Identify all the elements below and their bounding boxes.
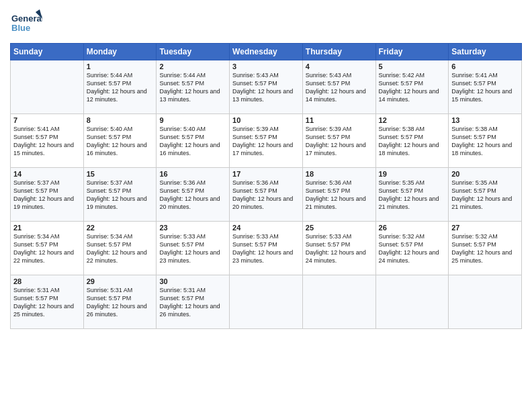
calendar-cell: 19Sunrise: 5:35 AMSunset: 5:57 PMDayligh…: [375, 168, 449, 222]
calendar-cell: 7Sunrise: 5:41 AMSunset: 5:57 PMDaylight…: [11, 114, 84, 168]
day-number: 26: [379, 224, 446, 232]
calendar-week-row: 1Sunrise: 5:44 AMSunset: 5:57 PMDaylight…: [11, 60, 522, 114]
day-number: 29: [87, 277, 154, 285]
calendar-cell: 11Sunrise: 5:39 AMSunset: 5:57 PMDayligh…: [302, 114, 375, 168]
calendar-cell: 6Sunrise: 5:41 AMSunset: 5:57 PMDaylight…: [449, 60, 522, 114]
day-number: 16: [159, 170, 226, 178]
cell-details: Sunrise: 5:34 AMSunset: 5:57 PMDaylight:…: [87, 232, 154, 265]
calendar-cell: 29Sunrise: 5:31 AMSunset: 5:57 PMDayligh…: [83, 275, 157, 329]
calendar-cell: 26Sunrise: 5:32 AMSunset: 5:57 PMDayligh…: [375, 222, 449, 275]
cell-details: Sunrise: 5:38 AMSunset: 5:57 PMDaylight:…: [451, 125, 519, 158]
cell-details: Sunrise: 5:31 AMSunset: 5:57 PMDaylight:…: [159, 286, 226, 319]
calendar-cell: 28Sunrise: 5:31 AMSunset: 5:57 PMDayligh…: [11, 275, 84, 329]
day-number: 7: [13, 116, 81, 124]
day-number: 17: [232, 170, 300, 178]
cell-details: Sunrise: 5:37 AMSunset: 5:57 PMDaylight:…: [13, 179, 81, 212]
calendar-table: SundayMondayTuesdayWednesdayThursdayFrid…: [10, 43, 522, 329]
logo: General Blue: [10, 7, 44, 39]
day-number: 20: [451, 170, 519, 178]
cell-details: Sunrise: 5:41 AMSunset: 5:57 PMDaylight:…: [451, 71, 519, 104]
cell-details: Sunrise: 5:35 AMSunset: 5:57 PMDaylight:…: [451, 179, 519, 212]
cell-details: Sunrise: 5:33 AMSunset: 5:57 PMDaylight:…: [306, 232, 373, 265]
cell-details: Sunrise: 5:39 AMSunset: 5:57 PMDaylight:…: [306, 125, 373, 158]
calendar-cell: 23Sunrise: 5:33 AMSunset: 5:57 PMDayligh…: [157, 222, 230, 275]
calendar-cell: [230, 275, 303, 329]
calendar-cell: 4Sunrise: 5:43 AMSunset: 5:57 PMDaylight…: [302, 60, 375, 114]
calendar-cell: 2Sunrise: 5:44 AMSunset: 5:57 PMDaylight…: [157, 60, 230, 114]
cell-details: Sunrise: 5:41 AMSunset: 5:57 PMDaylight:…: [13, 125, 81, 158]
calendar-cell: 16Sunrise: 5:36 AMSunset: 5:57 PMDayligh…: [157, 168, 230, 222]
day-number: 12: [379, 116, 446, 124]
page-header: General Blue: [10, 7, 522, 39]
cell-details: Sunrise: 5:35 AMSunset: 5:57 PMDaylight:…: [379, 179, 446, 212]
calendar-cell: 24Sunrise: 5:33 AMSunset: 5:57 PMDayligh…: [230, 222, 303, 275]
calendar-cell: [449, 275, 522, 329]
cell-details: Sunrise: 5:34 AMSunset: 5:57 PMDaylight:…: [13, 232, 81, 265]
calendar-cell: 3Sunrise: 5:43 AMSunset: 5:57 PMDaylight…: [230, 60, 303, 114]
day-number: 9: [159, 116, 226, 124]
cell-details: Sunrise: 5:32 AMSunset: 5:57 PMDaylight:…: [451, 232, 519, 265]
column-header-friday: Friday: [375, 44, 449, 60]
calendar-week-row: 21Sunrise: 5:34 AMSunset: 5:57 PMDayligh…: [11, 222, 522, 275]
calendar-cell: [11, 60, 84, 114]
day-number: 3: [232, 62, 300, 71]
day-number: 5: [379, 62, 446, 71]
day-number: 4: [306, 62, 373, 71]
day-number: 18: [306, 170, 373, 178]
day-number: 10: [232, 116, 300, 124]
cell-details: Sunrise: 5:43 AMSunset: 5:57 PMDaylight:…: [232, 71, 300, 104]
day-number: 1: [87, 62, 154, 71]
calendar-cell: 30Sunrise: 5:31 AMSunset: 5:57 PMDayligh…: [157, 275, 230, 329]
day-number: 11: [306, 116, 373, 124]
day-number: 21: [13, 224, 81, 232]
calendar-cell: 17Sunrise: 5:36 AMSunset: 5:57 PMDayligh…: [230, 168, 303, 222]
day-number: 24: [232, 224, 300, 232]
day-number: 19: [379, 170, 446, 178]
calendar-cell: 22Sunrise: 5:34 AMSunset: 5:57 PMDayligh…: [83, 222, 157, 275]
column-header-sunday: Sunday: [11, 44, 84, 60]
column-header-wednesday: Wednesday: [230, 44, 303, 60]
day-number: 30: [159, 277, 226, 285]
calendar-week-row: 28Sunrise: 5:31 AMSunset: 5:57 PMDayligh…: [11, 275, 522, 329]
cell-details: Sunrise: 5:36 AMSunset: 5:57 PMDaylight:…: [232, 179, 300, 212]
calendar-cell: 18Sunrise: 5:36 AMSunset: 5:57 PMDayligh…: [302, 168, 375, 222]
cell-details: Sunrise: 5:42 AMSunset: 5:57 PMDaylight:…: [379, 71, 446, 104]
cell-details: Sunrise: 5:40 AMSunset: 5:57 PMDaylight:…: [159, 125, 226, 158]
calendar-cell: [302, 275, 375, 329]
cell-details: Sunrise: 5:33 AMSunset: 5:57 PMDaylight:…: [159, 232, 226, 265]
cell-details: Sunrise: 5:40 AMSunset: 5:57 PMDaylight:…: [87, 125, 154, 158]
cell-details: Sunrise: 5:36 AMSunset: 5:57 PMDaylight:…: [306, 179, 373, 212]
calendar-cell: 13Sunrise: 5:38 AMSunset: 5:57 PMDayligh…: [449, 114, 522, 168]
day-number: 14: [13, 170, 81, 178]
calendar-week-row: 14Sunrise: 5:37 AMSunset: 5:57 PMDayligh…: [11, 168, 522, 222]
cell-details: Sunrise: 5:37 AMSunset: 5:57 PMDaylight:…: [87, 179, 154, 212]
day-number: 27: [451, 224, 519, 232]
cell-details: Sunrise: 5:44 AMSunset: 5:57 PMDaylight:…: [87, 71, 154, 104]
cell-details: Sunrise: 5:33 AMSunset: 5:57 PMDaylight:…: [232, 232, 300, 265]
calendar-cell: 15Sunrise: 5:37 AMSunset: 5:57 PMDayligh…: [83, 168, 157, 222]
calendar-cell: 27Sunrise: 5:32 AMSunset: 5:57 PMDayligh…: [449, 222, 522, 275]
day-number: 28: [13, 277, 81, 285]
calendar-cell: 20Sunrise: 5:35 AMSunset: 5:57 PMDayligh…: [449, 168, 522, 222]
day-number: 13: [451, 116, 519, 124]
column-header-saturday: Saturday: [449, 44, 522, 60]
column-header-thursday: Thursday: [302, 44, 375, 60]
cell-details: Sunrise: 5:38 AMSunset: 5:57 PMDaylight:…: [379, 125, 446, 158]
calendar-cell: 21Sunrise: 5:34 AMSunset: 5:57 PMDayligh…: [11, 222, 84, 275]
day-number: 2: [159, 62, 226, 71]
calendar-cell: 14Sunrise: 5:37 AMSunset: 5:57 PMDayligh…: [11, 168, 84, 222]
calendar-cell: [375, 275, 449, 329]
calendar-cell: 25Sunrise: 5:33 AMSunset: 5:57 PMDayligh…: [302, 222, 375, 275]
day-number: 6: [451, 62, 519, 71]
day-number: 25: [306, 224, 373, 232]
day-number: 22: [87, 224, 154, 232]
svg-text:Blue: Blue: [11, 23, 30, 33]
cell-details: Sunrise: 5:36 AMSunset: 5:57 PMDaylight:…: [159, 179, 226, 212]
day-number: 8: [87, 116, 154, 124]
cell-details: Sunrise: 5:31 AMSunset: 5:57 PMDaylight:…: [87, 286, 154, 319]
calendar-week-row: 7Sunrise: 5:41 AMSunset: 5:57 PMDaylight…: [11, 114, 522, 168]
calendar-cell: 9Sunrise: 5:40 AMSunset: 5:57 PMDaylight…: [157, 114, 230, 168]
calendar-cell: 12Sunrise: 5:38 AMSunset: 5:57 PMDayligh…: [375, 114, 449, 168]
day-number: 15: [87, 170, 154, 178]
column-header-tuesday: Tuesday: [157, 44, 230, 60]
